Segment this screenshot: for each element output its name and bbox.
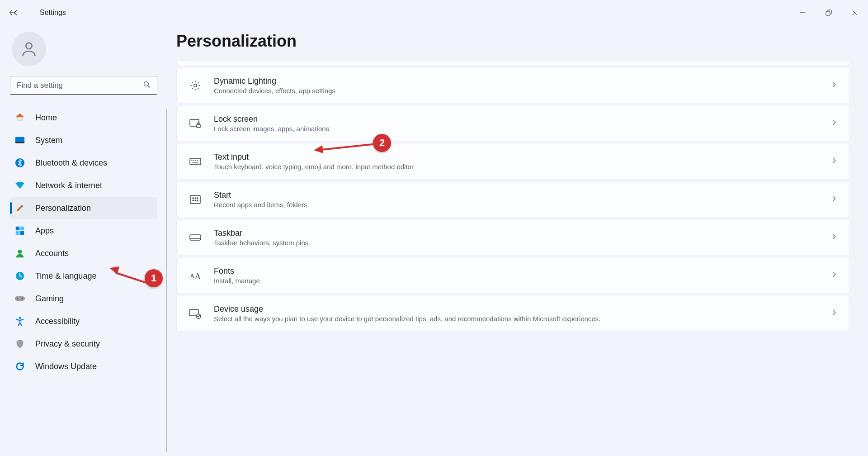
close-button[interactable] [842, 2, 868, 24]
card-fonts[interactable]: AA Fonts Install, manage [176, 258, 850, 293]
svg-point-24 [193, 200, 193, 201]
nav-item-apps[interactable]: Apps [10, 219, 157, 242]
card-text-input[interactable]: Text input Touch keyboard, voice typing,… [176, 144, 850, 179]
card-start[interactable]: Start Recent apps and items, folders [176, 182, 850, 217]
card-title: Text input [214, 152, 823, 162]
nav-item-gaming[interactable]: Gaming [10, 287, 157, 310]
svg-rect-0 [826, 11, 830, 15]
device-usage-icon [189, 307, 202, 320]
card-subtitle: Taskbar behaviors, system pins [214, 239, 823, 247]
svg-point-22 [195, 198, 196, 199]
accessibility-icon [14, 316, 25, 327]
svg-point-23 [197, 198, 198, 199]
nav-label: Bluetooth & devices [35, 158, 107, 168]
main-content: Personalization Dynamic Lighting Connect… [167, 25, 868, 456]
nav-label: Apps [35, 226, 54, 236]
search-icon [143, 81, 151, 90]
sidebar-scrollbar[interactable] [166, 109, 167, 452]
fonts-icon: AA [189, 269, 202, 282]
update-icon [14, 361, 25, 372]
nav-item-system[interactable]: System [10, 129, 157, 152]
nav-item-bluetooth[interactable]: Bluetooth & devices [10, 152, 157, 174]
svg-point-1 [26, 43, 32, 49]
svg-rect-12 [15, 296, 25, 301]
chevron-right-icon [823, 233, 838, 242]
dynamic-lighting-icon [189, 79, 202, 92]
card-title: Dynamic Lighting [214, 76, 823, 86]
back-button[interactable] [11, 4, 29, 22]
nav-item-update[interactable]: Windows Update [10, 355, 157, 378]
card-subtitle: Touch keyboard, voice typing, emoji and … [214, 163, 823, 171]
svg-text:A: A [190, 273, 195, 280]
nav-label: Personalization [35, 204, 91, 213]
svg-rect-20 [190, 195, 200, 204]
nav-item-accounts[interactable]: Accounts [10, 242, 157, 265]
system-icon [14, 135, 25, 146]
search-input[interactable] [10, 76, 157, 95]
svg-point-31 [196, 314, 201, 318]
card-lock-screen[interactable]: Lock screen Lock screen images, apps, an… [176, 106, 850, 141]
paintbrush-icon [14, 203, 25, 214]
svg-rect-4 [15, 142, 24, 143]
svg-rect-19 [190, 158, 201, 165]
nav-label: Network & internet [35, 181, 102, 190]
minimize-button[interactable] [789, 2, 816, 24]
nav-list: Home System Bluetooth & devices Network … [10, 106, 157, 378]
taskbar-icon [189, 231, 202, 244]
chevron-right-icon [823, 195, 838, 204]
nav-item-time[interactable]: Time & language [10, 265, 157, 287]
sidebar: Home System Bluetooth & devices Network … [0, 25, 167, 456]
card-subtitle: Select all the ways you plan to use your… [214, 315, 823, 323]
svg-point-16 [194, 84, 197, 87]
nav-item-personalization[interactable]: Personalization [10, 197, 157, 219]
card-subtitle: Lock screen images, apps, animations [214, 125, 823, 133]
wifi-icon [14, 180, 25, 191]
svg-point-26 [197, 200, 198, 201]
card-title: Taskbar [214, 228, 823, 238]
nav-item-privacy[interactable]: Privacy & security [10, 332, 157, 355]
nav-label: Accessibility [35, 317, 80, 326]
gamepad-icon [14, 293, 25, 304]
chevron-right-icon [823, 157, 838, 166]
svg-rect-8 [16, 231, 19, 235]
accounts-icon [14, 248, 25, 259]
search-field[interactable] [10, 76, 157, 95]
card-peek-previous[interactable] [176, 61, 850, 65]
window-controls [789, 2, 868, 24]
svg-rect-27 [190, 235, 201, 240]
card-subtitle: Install, manage [214, 277, 823, 285]
apps-icon [14, 225, 25, 236]
home-icon [14, 112, 25, 123]
card-title: Device usage [214, 304, 823, 314]
card-title: Start [214, 190, 823, 200]
nav-item-home[interactable]: Home [10, 106, 157, 129]
chevron-right-icon [823, 309, 838, 318]
keyboard-icon [189, 155, 202, 168]
chevron-right-icon [823, 81, 838, 90]
chevron-right-icon [823, 271, 838, 280]
start-icon [189, 193, 202, 206]
svg-point-13 [17, 298, 19, 299]
svg-text:A: A [195, 272, 201, 280]
svg-rect-9 [20, 231, 24, 235]
card-subtitle: Connected devices, effects, app settings [214, 87, 823, 95]
card-taskbar[interactable]: Taskbar Taskbar behaviors, system pins [176, 220, 850, 255]
svg-point-15 [19, 317, 21, 319]
chevron-right-icon [823, 119, 838, 128]
nav-label: Windows Update [35, 362, 97, 371]
user-icon [20, 40, 38, 58]
card-dynamic-lighting[interactable]: Dynamic Lighting Connected devices, effe… [176, 68, 850, 103]
nav-item-network[interactable]: Network & internet [10, 174, 157, 197]
maximize-button[interactable] [816, 2, 842, 24]
bluetooth-icon [14, 157, 25, 168]
user-avatar[interactable] [12, 32, 46, 66]
card-device-usage[interactable]: Device usage Select all the ways you pla… [176, 296, 850, 331]
shield-icon [14, 338, 25, 349]
nav-item-accessibility[interactable]: Accessibility [10, 310, 157, 332]
nav-label: Accounts [35, 249, 69, 258]
card-subtitle: Recent apps and items, folders [214, 201, 823, 209]
nav-label: Home [35, 113, 57, 123]
svg-point-21 [193, 198, 193, 199]
card-title: Lock screen [214, 114, 823, 124]
card-title: Fonts [214, 266, 823, 276]
